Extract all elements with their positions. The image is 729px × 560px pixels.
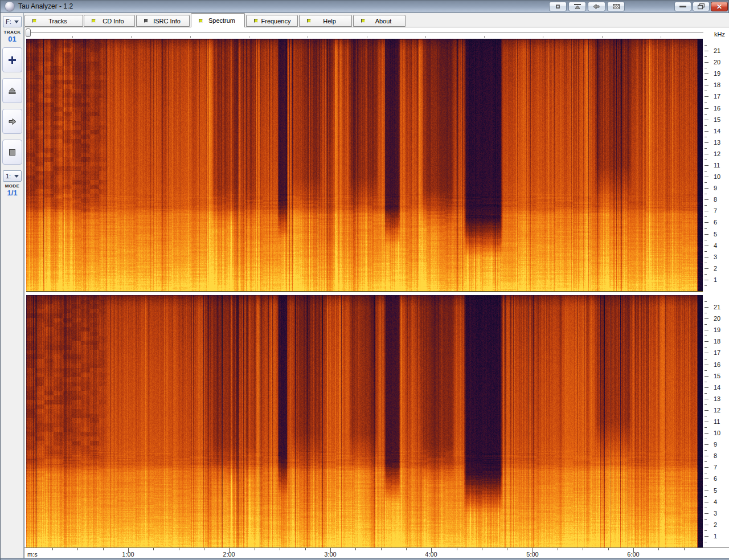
freq-tick-label: 5	[714, 487, 726, 494]
plus-icon	[9, 56, 16, 64]
freq-tick-label: 11	[714, 162, 726, 169]
chevron-down-icon	[14, 175, 19, 178]
freq-tick	[705, 234, 708, 235]
freq-tick	[705, 370, 707, 371]
time-tick-label: 3:00	[319, 551, 342, 558]
time-tick-label: 5:00	[521, 551, 544, 558]
slider-tick	[661, 36, 661, 38]
freq-tick	[705, 387, 708, 388]
time-tick-label: 1:00	[117, 551, 140, 558]
tab-about[interactable]: About	[353, 15, 406, 27]
freq-tick	[705, 365, 708, 365]
freq-tick	[705, 188, 708, 189]
tab-tracks[interactable]: Tracks	[24, 15, 83, 27]
time-axis: m:s 1:002:003:004:005:006:00	[24, 547, 729, 559]
freq-tick	[705, 85, 708, 85]
tab-cd-info[interactable]: CD Info	[84, 15, 135, 27]
rollup-window-button[interactable]	[568, 2, 586, 11]
close-button[interactable]: ✕	[711, 2, 728, 11]
freq-tick-label: 16	[714, 361, 726, 368]
tab-frequency[interactable]: Frequency	[246, 15, 298, 27]
freq-tick-label: 21	[714, 47, 726, 54]
minimize-button[interactable]	[674, 2, 691, 11]
transparency-icon	[613, 4, 620, 9]
freq-tick	[705, 313, 707, 313]
tab-spectrum[interactable]: Spectrum	[191, 13, 245, 27]
chevron-down-icon	[14, 21, 19, 23]
freq-tick	[705, 285, 707, 286]
freq-tick	[705, 485, 707, 485]
position-slider-thumb[interactable]	[26, 28, 31, 37]
freq-tick	[705, 301, 707, 302]
spectrogram-channel-2[interactable]	[26, 295, 703, 547]
freq-tick-label: 3	[714, 510, 726, 517]
title-bar[interactable]: Tau Analyzer - 1.2	[1, 0, 728, 13]
slider-tick	[72, 36, 73, 38]
transparency-button[interactable]	[607, 2, 625, 11]
freq-tick	[705, 519, 707, 520]
tab-isrc-info[interactable]: ISRC Info	[136, 15, 190, 27]
freq-tick	[705, 456, 708, 456]
freq-tick-label: 18	[714, 81, 726, 88]
dock-left-button[interactable]	[588, 2, 605, 11]
eject-button[interactable]	[2, 78, 22, 103]
freq-tick-label: 6	[714, 219, 726, 226]
tab-indicator-icon	[361, 19, 365, 23]
slider-tick	[190, 36, 191, 38]
slider-tick	[308, 36, 308, 38]
time-tick	[52, 548, 53, 550]
freq-tick-label: 10	[714, 430, 726, 436]
freq-tick-label: 2	[714, 521, 726, 528]
add-button[interactable]	[2, 47, 22, 72]
freq-tick	[705, 228, 707, 229]
freq-tick	[705, 513, 708, 514]
time-tick	[482, 548, 482, 550]
freq-tick-label: 8	[714, 452, 726, 459]
time-axis-unit: m:s	[27, 551, 38, 558]
freq-tick	[705, 274, 707, 275]
stop-icon	[9, 149, 15, 156]
freq-tick	[705, 496, 707, 497]
freq-tick-label: 19	[714, 326, 726, 333]
minimize-icon	[679, 5, 686, 8]
freq-tick	[705, 160, 707, 160]
time-tick	[684, 548, 685, 550]
freq-tick-label: 14	[714, 128, 726, 134]
arrow-right-icon	[9, 118, 17, 125]
track-number: 01	[1, 35, 24, 43]
time-tick	[457, 548, 457, 550]
freq-tick	[705, 216, 707, 217]
freq-tick	[705, 177, 708, 177]
time-tick	[305, 548, 306, 550]
slider-tick	[425, 36, 426, 38]
tab-indicator-icon	[307, 19, 311, 23]
freq-tick	[705, 439, 707, 439]
tab-help[interactable]: Help	[299, 15, 352, 27]
small-square-button[interactable]	[549, 2, 567, 11]
restore-button[interactable]	[693, 2, 710, 11]
freq-tick-label: 21	[714, 304, 726, 310]
next-button[interactable]	[2, 109, 22, 134]
time-tick	[583, 548, 583, 550]
freq-tick	[705, 347, 707, 348]
slider-tick	[367, 36, 367, 38]
time-tick	[255, 548, 255, 550]
freq-tick	[705, 263, 707, 263]
position-slider-track[interactable]	[27, 32, 703, 34]
freq-tick-label: 20	[714, 315, 726, 322]
tab-label: CD Info	[96, 18, 134, 24]
drive-select[interactable]: F:	[3, 16, 22, 27]
freq-tick	[705, 96, 708, 97]
mode-select[interactable]: 1:	[3, 170, 22, 182]
spectrogram-channel-1[interactable]	[26, 39, 703, 292]
freq-tick	[705, 433, 708, 434]
slider-tick	[249, 36, 249, 38]
stop-button[interactable]	[2, 140, 22, 165]
freq-tick	[705, 427, 707, 428]
freq-tick	[705, 251, 707, 252]
small-square-icon	[556, 5, 560, 9]
freq-tick-label: 1	[714, 533, 726, 539]
freq-tick	[705, 280, 708, 280]
freq-tick	[705, 353, 708, 353]
freq-tick	[705, 68, 707, 68]
